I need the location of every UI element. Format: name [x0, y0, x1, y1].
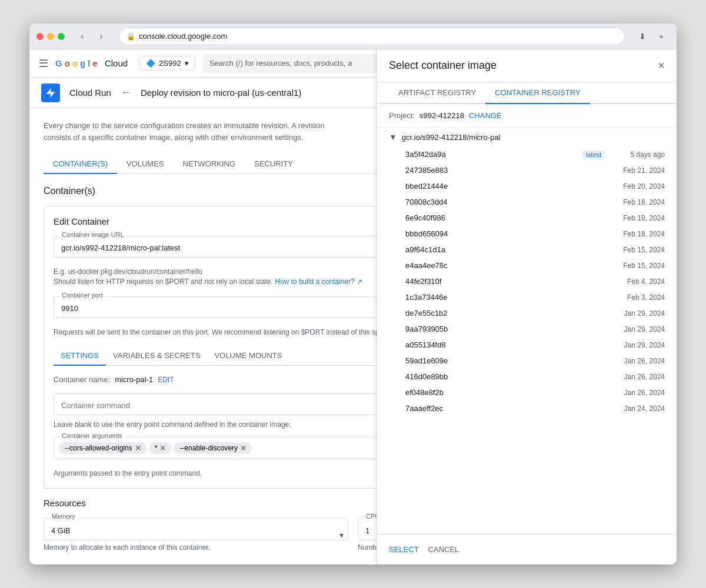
image-row[interactable]: 3a5f42da9a latest 5 days ago [377, 146, 677, 162]
new-tab-btn[interactable]: + [653, 28, 670, 45]
modal-select-btn[interactable]: SELECT [389, 542, 419, 557]
browser-titlebar: ‹ › 🔒 console.cloud.google.com ⬇ + [29, 24, 677, 49]
memory-select[interactable]: 4 GiB 512 MiB 1 GiB 2 GiB 8 GiB [44, 517, 348, 540]
image-row[interactable]: 44fe2f310f Feb 4, 2024 [377, 273, 677, 289]
modal-footer: SELECT CANCEL [377, 534, 677, 564]
download-btn[interactable]: ⬇ [634, 28, 651, 45]
forward-nav-btn[interactable]: › [93, 28, 109, 45]
tab-containers[interactable]: CONTAINER(S) [44, 155, 117, 174]
back-nav-btn[interactable]: ‹ [74, 28, 91, 45]
image-date: Feb 18, 2024 [612, 198, 665, 206]
image-row[interactable]: de7e55c1b2 Jan 29, 2024 [377, 305, 677, 321]
image-row[interactable]: 59ad1e609e Jan 26, 2024 [377, 353, 677, 369]
remove-star-tag[interactable]: ✕ [159, 443, 166, 453]
image-url-label: Container image URL [59, 231, 126, 238]
image-date: Jan 29, 2024 [612, 309, 665, 318]
image-hash: ef048e8f2b [405, 388, 612, 397]
image-row[interactable]: a055134fd8 Jan 29, 2024 [377, 337, 677, 353]
image-date: Jan 29, 2024 [612, 341, 665, 349]
inner-tab-settings[interactable]: SETTINGS [54, 346, 106, 366]
image-row[interactable]: bbbd656094 Feb 18, 2024 [377, 226, 677, 242]
image-row[interactable]: 6e9c40f986 Feb 18, 2024 [377, 210, 677, 226]
tab-networking[interactable]: NETWORKING [174, 155, 245, 174]
maximize-window-btn[interactable] [58, 33, 65, 40]
service-title: Deploy revision to micro-pal (us-central… [141, 88, 301, 98]
port-label: Container port [59, 292, 105, 299]
image-row[interactable]: 416d0e89bb Jan 26, 2024 [377, 369, 677, 385]
minimize-window-btn[interactable] [47, 33, 54, 40]
image-date: Feb 20, 2024 [612, 182, 665, 191]
image-hash: 44fe2f310f [405, 277, 612, 286]
edit-name-link[interactable]: EDIT [158, 376, 174, 384]
modal-cancel-btn[interactable]: CANCEL [428, 542, 459, 557]
cloud-run-logo [41, 83, 60, 102]
hamburger-menu[interactable]: ☰ [39, 57, 48, 70]
image-hash: 416d0e89bb [405, 372, 612, 381]
inner-tab-volume-mounts[interactable]: VOLUME MOUNTS [208, 346, 289, 366]
tag-star: * ✕ [149, 442, 172, 454]
build-container-link[interactable]: How to build a container? ↗ [275, 278, 362, 286]
image-row[interactable]: a9f64c1d1a Feb 15, 2024 [377, 242, 677, 258]
image-hash: 70808c3dd4 [405, 198, 612, 206]
remove-discovery-tag[interactable]: ✕ [240, 443, 247, 453]
address-bar[interactable]: 🔒 console.cloud.google.com [119, 28, 625, 45]
image-hash: 247385e883 [405, 166, 612, 175]
image-row[interactable]: ef048e8f2b Jan 26, 2024 [377, 385, 677, 400]
registry-list: ▼ gcr.io/s992-412218/micro-pal 3a5f42da9… [377, 128, 677, 534]
memory-label: Memory [49, 513, 78, 520]
page-description: Every change to the service configuratio… [44, 120, 338, 143]
image-row[interactable]: e4aa4ee78c Feb 15, 2024 [377, 258, 677, 273]
image-row[interactable]: 1c3a73446e Feb 3, 2024 [377, 289, 677, 305]
registry-folder-row[interactable]: ▼ gcr.io/s992-412218/micro-pal [377, 128, 677, 146]
image-row[interactable]: bbed21444e Feb 20, 2024 [377, 178, 677, 194]
image-row[interactable]: 7aaaeff2ec Jan 24, 2024 [377, 400, 677, 416]
image-date: Feb 3, 2024 [612, 293, 665, 302]
image-date: Feb 18, 2024 [612, 230, 665, 238]
image-hash: de7e55c1b2 [405, 309, 612, 318]
image-date: Jan 26, 2024 [612, 373, 665, 381]
close-window-btn[interactable] [36, 33, 44, 40]
image-hash: e4aa4ee78c [405, 261, 612, 270]
image-row[interactable]: 9aa793905b Jan 29, 2024 [377, 321, 677, 337]
container-name-label: Container name: [54, 375, 110, 384]
image-row[interactable]: 70808c3dd4 Feb 18, 2024 [377, 194, 677, 210]
app-content: ☰ Google Cloud 🔷 2S992 ▾ Search (/) for … [29, 49, 677, 564]
inner-tab-variables[interactable]: VARIABLES & SECRETS [106, 346, 208, 366]
folder-name: gcr.io/s992-412218/micro-pal [402, 133, 501, 142]
tag-cors: --cors-allowed-origins ✕ [59, 442, 146, 454]
tag-discovery: --enable-discovery ✕ [174, 442, 252, 454]
image-date: Feb 18, 2024 [612, 214, 665, 222]
image-row[interactable]: 247385e883 Feb 21, 2024 [377, 162, 677, 178]
tab-volumes[interactable]: VOLUMES [117, 155, 174, 174]
image-hash: a9f64c1d1a [405, 245, 612, 254]
project-selector[interactable]: 🔷 2S992 ▾ [139, 56, 195, 71]
memory-field: Memory 4 GiB 512 MiB 1 GiB 2 GiB 8 GiB ▾… [44, 517, 348, 553]
google-cloud-logo: Google Cloud [55, 58, 128, 68]
project-name: 2S992 [159, 59, 181, 68]
image-date: Feb 4, 2024 [612, 278, 665, 286]
url-text: console.cloud.google.com [139, 32, 227, 41]
image-date: Jan 26, 2024 [612, 389, 665, 397]
image-hash: bbed21444e [405, 182, 612, 191]
tab-security[interactable]: SECURITY [245, 155, 302, 174]
lock-icon: 🔒 [126, 32, 135, 41]
folder-expand-arrow: ▼ [389, 132, 397, 142]
change-project-link[interactable]: CHANGE [469, 111, 502, 120]
image-hash: a055134fd8 [405, 340, 612, 349]
browser-window: ‹ › 🔒 console.cloud.google.com ⬇ + ☰ Goo… [29, 24, 677, 564]
image-hash: 1c3a73446e [405, 293, 612, 302]
back-arrow-btn[interactable]: ← [121, 86, 131, 99]
browser-actions: ⬇ + [634, 28, 670, 45]
search-placeholder: Search (/) for resources, docs, products… [209, 59, 352, 68]
container-name-value: micro-pal-1 [115, 375, 153, 384]
chevron-down-icon: ▾ [185, 59, 189, 68]
main-layout: Every change to the service configuratio… [29, 108, 677, 564]
image-hash: bbbd656094 [405, 229, 612, 238]
image-date: Feb 21, 2024 [612, 166, 665, 175]
image-date: 5 days ago [612, 151, 665, 159]
image-hash: 3a5f42da9a [405, 150, 575, 159]
project-label: Project: [389, 111, 415, 120]
remove-cors-tag[interactable]: ✕ [135, 443, 142, 453]
image-date: Jan 29, 2024 [612, 325, 665, 333]
traffic-lights [36, 33, 65, 40]
